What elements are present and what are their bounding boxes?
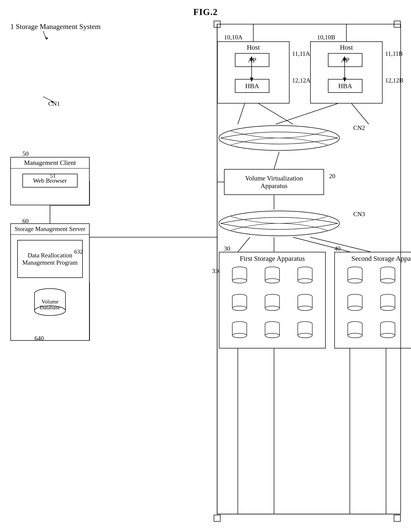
vva-ref: 20 (329, 172, 335, 180)
web-browser-ref: 51 (50, 172, 56, 179)
svg-point-81 (348, 333, 362, 338)
host-b-ap: AP (328, 53, 362, 67)
svg-point-46 (298, 333, 312, 338)
host-b-ref-label: 10,10B (317, 34, 335, 41)
svg-point-51 (348, 279, 362, 283)
cyl-7 (225, 321, 255, 346)
first-storage-ref: 30 (224, 245, 230, 252)
host-b-title: Host (311, 42, 382, 51)
cyl-s2 (373, 266, 403, 291)
second-storage-box: Second Storage Apparatus (334, 252, 411, 349)
svg-line-114 (238, 237, 250, 252)
cyl-s8 (373, 321, 403, 346)
svg-point-26 (265, 306, 280, 311)
svg-line-112 (274, 152, 279, 169)
svg-text:Volume: Volume (42, 298, 59, 305)
svg-point-21 (232, 306, 247, 311)
cyl-s1 (340, 266, 370, 291)
svg-point-16 (298, 279, 312, 283)
cn2-network (217, 124, 341, 152)
storage-server-box: Storage Management Server Data Reallocat… (10, 223, 90, 341)
svg-point-6 (232, 279, 247, 283)
figure-title: FIG.2 (193, 7, 218, 17)
corner-tl (214, 21, 220, 28)
cn3-network (217, 209, 341, 237)
cn1-arrow (41, 95, 59, 105)
cn3-label: CN3 (353, 210, 365, 218)
svg-marker-131 (45, 37, 48, 40)
host-b-hba-ref: 12,12B (385, 77, 403, 84)
host-a-ref-label: 10,10A (224, 34, 242, 41)
mgmt-client-box: Management Client Web Browser (10, 157, 90, 205)
svg-line-109 (258, 104, 293, 124)
cyl-s5 (373, 294, 403, 319)
host-b-ap-ref: 11,11B (385, 50, 403, 57)
svg-point-56 (381, 279, 395, 283)
svg-marker-133 (51, 100, 54, 103)
host-b-box: Host AP HBA (310, 41, 383, 104)
cyl-6 (290, 294, 320, 319)
svg-line-108 (238, 104, 245, 124)
cyl-s7 (340, 321, 370, 346)
host-a-hba-ref: 12,12A (292, 77, 311, 84)
cyl-s9 (405, 321, 411, 346)
svg-point-11 (265, 279, 280, 283)
cyl-4 (225, 294, 255, 319)
second-storage-ref: 40 (334, 245, 340, 252)
storage-server-label: Storage Management Server (11, 225, 89, 235)
host-a-hba: HBA (235, 79, 269, 93)
vdb-ref: 640 (35, 335, 44, 342)
host-a-title: Host (218, 42, 289, 51)
svg-line-110 (276, 104, 338, 124)
host-a-ap-ref: 11,11A (292, 50, 310, 57)
second-storage-label: Second Storage Apparatus (351, 254, 411, 263)
vdb-container: Volume Database (11, 288, 89, 319)
corner-tr (394, 21, 401, 28)
cyl-3 (290, 266, 320, 291)
host-b-hba: HBA (328, 79, 362, 93)
cyl-1 (225, 266, 255, 291)
cyl-s3 (405, 266, 411, 291)
drmp-box: Data Reallocation Management Program (17, 240, 83, 278)
svg-line-116 (293, 237, 350, 252)
host-a-box: Host AP HBA (217, 41, 290, 104)
first-storage-box: First Storage Apparatus (219, 252, 326, 349)
mgmt-client-label: Management Client (11, 159, 89, 169)
mgmt-client-ref: 50 (22, 150, 29, 157)
cyl-s6 (405, 294, 411, 319)
svg-line-111 (352, 104, 369, 124)
corner-bl (214, 515, 220, 522)
first-storage-label: First Storage Apparatus (240, 254, 305, 263)
vva-box: Volume Virtualization Apparatus (224, 169, 324, 195)
svg-point-86 (381, 333, 395, 338)
svg-point-66 (348, 306, 362, 311)
cyl-2 (257, 266, 287, 291)
svg-point-36 (232, 333, 247, 338)
cyl-9 (290, 321, 320, 346)
system-label-arrow (17, 28, 52, 45)
svg-point-41 (265, 333, 280, 338)
host-a-ap: AP (235, 53, 269, 67)
cn2-label: CN2 (353, 124, 365, 132)
cyl-s4 (340, 294, 370, 319)
corner-br (394, 515, 401, 522)
svg-point-71 (381, 306, 395, 311)
svg-text:Database: Database (40, 304, 60, 311)
cyl-8 (257, 321, 287, 346)
drmp-ref: 632 (74, 248, 83, 255)
diagram: FIG.2 1 Storage Management System CN1 10… (0, 0, 411, 532)
vdb-icon: Volume Database (33, 288, 67, 319)
svg-point-31 (298, 306, 312, 311)
cyl-5 (257, 294, 287, 319)
